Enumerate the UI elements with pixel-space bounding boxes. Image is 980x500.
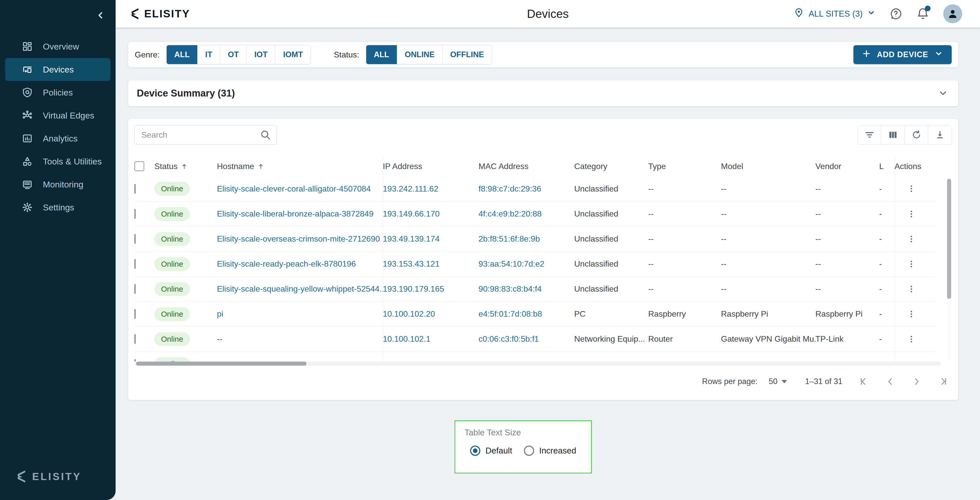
select-all-header[interactable]: [135, 161, 154, 171]
status-online-button[interactable]: ONLINE: [397, 45, 442, 64]
mac-address-cell[interactable]: f8:98:c7:dc:29:36: [479, 184, 574, 193]
genre-it-button[interactable]: IT: [197, 45, 220, 64]
horizontal-scrollbar-thumb[interactable]: [136, 362, 307, 366]
hostname-cell[interactable]: Elisity-scale-overseas-crimson-mite-2712…: [217, 234, 383, 244]
hostname-cell[interactable]: pi: [217, 309, 383, 319]
sidebar-item-settings[interactable]: Settings: [5, 196, 110, 219]
chevron-down-icon[interactable]: [938, 88, 948, 98]
row-checkbox[interactable]: [135, 309, 135, 319]
mac-address-cell[interactable]: c0:06:c3:f0:5b:f1: [479, 334, 574, 344]
mac-address-link[interactable]: 93:aa:54:10:7d:e2: [479, 259, 544, 268]
refresh-icon[interactable]: [905, 125, 928, 144]
row-checkbox[interactable]: [135, 284, 135, 294]
mac-address-cell[interactable]: e4:5f:01:7d:08:b8: [479, 309, 574, 319]
hostname-link[interactable]: Elisity-scale-clever-coral-alligator-450…: [217, 184, 371, 193]
genre-iot-button[interactable]: IOT: [247, 45, 275, 64]
sidebar-collapse-button[interactable]: [95, 10, 107, 22]
sidebar-item-monitoring[interactable]: Monitoring: [5, 173, 110, 196]
hostname-link[interactable]: pi: [217, 309, 223, 318]
text-size-option-increased[interactable]: Increased: [524, 446, 576, 456]
sidebar-item-devices[interactable]: Devices: [5, 58, 110, 81]
mac-address-link[interactable]: f8:98:c7:dc:29:36: [479, 184, 541, 193]
radio-unselected-icon[interactable]: [524, 446, 534, 456]
vertical-scrollbar-thumb[interactable]: [947, 179, 951, 299]
all-sites-dropdown[interactable]: ALL SITES (3): [794, 8, 875, 20]
radio-selected-icon[interactable]: [470, 446, 480, 456]
ip-address-cell[interactable]: 193.149.66.170: [383, 209, 479, 219]
add-device-button[interactable]: ADD DEVICE: [853, 45, 952, 64]
row-actions-kebab-icon[interactable]: [905, 208, 918, 220]
sidebar-item-overview[interactable]: Overview: [5, 35, 110, 58]
row-checkbox[interactable]: [135, 259, 135, 268]
mac-address-cell[interactable]: 4f:c4:e9:b2:20:88: [479, 209, 574, 219]
status-all-button[interactable]: ALL: [366, 45, 397, 64]
row-actions-kebab-icon[interactable]: [905, 232, 918, 246]
column-header-status[interactable]: Status: [154, 161, 217, 171]
ip-address-cell[interactable]: 193.242.111.62: [383, 184, 479, 193]
next-page-icon[interactable]: [911, 376, 922, 387]
row-actions-kebab-icon[interactable]: [905, 332, 918, 346]
mac-address-cell[interactable]: 2b:f8:51:6f:8e:9b: [479, 234, 574, 244]
ip-address-link[interactable]: 193.242.111.62: [383, 184, 438, 193]
ip-address-cell[interactable]: 10.100.102.20: [383, 309, 479, 319]
last-page-icon[interactable]: [937, 376, 948, 387]
mac-address-link[interactable]: e4:5f:01:7d:08:b8: [479, 309, 542, 318]
hostname-link[interactable]: Elisity-scale-ready-peach-elk-8780196: [217, 259, 356, 268]
status-offline-button[interactable]: OFFLINE: [442, 45, 492, 64]
row-actions-kebab-icon[interactable]: [905, 307, 918, 321]
device-summary-panel[interactable]: Device Summary (31): [128, 80, 958, 106]
notifications-button[interactable]: [916, 7, 929, 21]
hostname-cell[interactable]: Elisity-scale-squealing-yellow-whippet-5…: [217, 284, 383, 294]
ip-address-link[interactable]: 10.100.102.1: [383, 334, 431, 343]
hostname-link[interactable]: Elisity-scale-squealing-yellow-whippet-5…: [217, 284, 383, 293]
first-page-icon[interactable]: [859, 376, 870, 387]
ip-address-link[interactable]: 193.153.43.121: [383, 259, 439, 268]
hostname-link[interactable]: Elisity-scale-overseas-crimson-mite-2712…: [217, 234, 380, 243]
genre-ot-button[interactable]: OT: [220, 45, 247, 64]
column-header-hostname[interactable]: Hostname: [217, 161, 383, 171]
row-actions-kebab-icon[interactable]: [905, 283, 918, 296]
ip-address-link[interactable]: 10.100.102.20: [383, 309, 435, 318]
row-actions-kebab-icon[interactable]: [905, 182, 918, 195]
horizontal-scrollbar[interactable]: [135, 362, 941, 366]
sidebar-item-policies[interactable]: Policies: [5, 81, 110, 104]
app-logo[interactable]: ELISITY: [130, 0, 190, 27]
mac-address-cell[interactable]: 90:98:83:c8:b4:f4: [479, 284, 574, 294]
sort-up-icon[interactable]: [257, 163, 264, 170]
sidebar-item-tools-utilities[interactable]: Tools & Utilities: [5, 150, 110, 173]
row-checkbox[interactable]: [135, 234, 135, 244]
row-checkbox[interactable]: [135, 334, 135, 344]
row-checkbox[interactable]: [135, 209, 135, 219]
mac-address-link[interactable]: 90:98:83:c8:b4:f4: [479, 284, 542, 293]
text-size-option-default[interactable]: Default: [470, 446, 512, 456]
select-all-checkbox[interactable]: [135, 161, 144, 171]
ip-address-cell[interactable]: 10.100.102.1: [383, 334, 479, 344]
columns-icon[interactable]: [881, 125, 905, 144]
hostname-cell[interactable]: Elisity-scale-liberal-bronze-alpaca-3872…: [217, 209, 383, 219]
download-icon[interactable]: [928, 125, 952, 144]
ip-address-cell[interactable]: 193.190.179.165: [383, 284, 479, 294]
sidebar-item-virtual-edges[interactable]: Virtual Edges: [5, 104, 110, 127]
row-checkbox[interactable]: [135, 359, 135, 362]
genre-iomt-button[interactable]: IOMT: [275, 45, 310, 64]
ip-address-link[interactable]: 193.149.66.170: [383, 209, 439, 218]
search-input[interactable]: [135, 130, 260, 140]
genre-all-button[interactable]: ALL: [167, 45, 197, 64]
mac-address-cell[interactable]: 93:aa:54:10:7d:e2: [479, 259, 574, 268]
mac-address-link[interactable]: 4f:c4:e9:b2:20:88: [479, 209, 542, 218]
ip-address-link[interactable]: 193.190.179.165: [383, 284, 444, 293]
row-actions-kebab-icon[interactable]: [905, 257, 918, 271]
filter-icon[interactable]: [858, 125, 881, 144]
ip-address-cell[interactable]: 193.49.139.174: [383, 234, 479, 244]
ip-address-cell[interactable]: 193.153.43.121: [383, 259, 479, 268]
row-checkbox[interactable]: [135, 184, 135, 193]
hostname-cell[interactable]: Elisity-scale-clever-coral-alligator-450…: [217, 184, 383, 193]
sort-up-icon[interactable]: [181, 163, 188, 170]
hostname-cell[interactable]: Elisity-scale-ready-peach-elk-8780196: [217, 259, 383, 268]
mac-address-link[interactable]: c0:06:c3:f0:5b:f1: [479, 334, 539, 343]
vertical-scrollbar[interactable]: [947, 179, 951, 361]
help-icon[interactable]: [889, 7, 902, 21]
sidebar-item-analytics[interactable]: Analytics: [5, 127, 110, 150]
rows-per-page-select[interactable]: 50: [769, 377, 787, 386]
hostname-link[interactable]: Elisity-scale-liberal-bronze-alpaca-3872…: [217, 209, 374, 218]
